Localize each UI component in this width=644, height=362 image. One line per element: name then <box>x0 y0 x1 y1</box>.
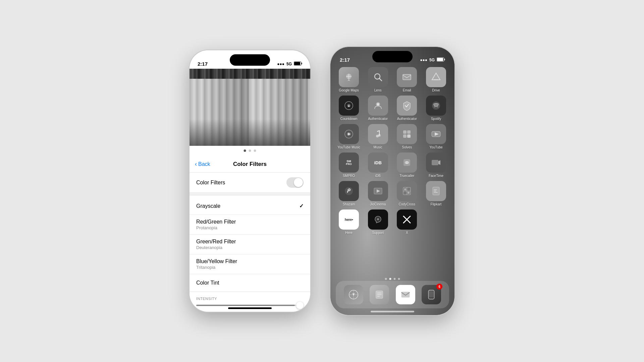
app-icon-jiocinema <box>368 181 388 201</box>
svg-rect-39 <box>404 188 406 190</box>
color-filters-toggle[interactable] <box>286 177 304 188</box>
app-drive[interactable]: Drive <box>424 67 448 92</box>
app-idb[interactable]: iDB iDB <box>366 153 390 178</box>
svg-point-30 <box>406 162 408 164</box>
battery-icon-right <box>437 57 445 63</box>
app-icon-facetime <box>426 153 446 173</box>
app-youtube[interactable]: YouTube <box>424 124 448 149</box>
svg-rect-25 <box>403 134 407 138</box>
app-icon-drive <box>426 67 446 87</box>
home-indicator-left <box>228 307 272 309</box>
svg-marker-32 <box>438 160 440 165</box>
back-chevron-icon: ‹ <box>195 161 197 168</box>
signal-icon-left: ●●● <box>277 62 284 66</box>
app-label-email: Email <box>395 88 419 92</box>
dock-gmail[interactable] <box>396 285 415 304</box>
green-red-text: Green/Red Filter Deuteranopia <box>196 239 236 250</box>
dock-notes[interactable] <box>370 285 389 304</box>
color-filters-toggle-row: Color Filters <box>190 173 310 193</box>
dock-safari[interactable] <box>344 285 363 304</box>
dock-bezel[interactable]: 6 <box>422 285 441 304</box>
filter-color-tint[interactable]: Color Tint <box>190 274 310 292</box>
app-facetime[interactable]: FaceTime <box>424 153 448 178</box>
app-smpro[interactable]: SM PRO SMPRO <box>337 153 361 178</box>
app-grid: Google Maps Lens Email <box>337 67 448 238</box>
green-red-sub: Deuteranopia <box>196 245 236 250</box>
status-time-right: 2:17 <box>340 57 350 63</box>
app-empty <box>424 209 448 235</box>
app-row-5: Shazam JioCinema CodyCross <box>337 181 448 206</box>
app-row-3: YouTube Music Music Solves <box>337 124 448 149</box>
app-solves[interactable]: Solves <box>395 124 419 149</box>
app-label-spotify: Spotify <box>424 117 448 121</box>
app-spotify[interactable]: Spotify <box>424 96 448 121</box>
app-flipkart[interactable]: Flipkart <box>424 181 448 206</box>
toggle-thumb <box>294 178 303 187</box>
app-authenticator2[interactable]: Authenticator <box>395 96 419 121</box>
blue-yellow-sub: Tritanopia <box>196 265 237 270</box>
pencil-gradient <box>190 119 310 146</box>
home-dot-2[interactable] <box>389 278 391 280</box>
app-shazam[interactable]: Shazam <box>337 181 361 206</box>
app-here[interactable]: here• Here <box>337 209 361 235</box>
app-label-drive: Drive <box>424 88 448 92</box>
app-jiocinema[interactable]: JioCinema <box>366 181 390 206</box>
status-icons-left: ●●● 5G <box>277 61 302 67</box>
right-phone: 2:17 ●●● 5G Google Maps <box>330 47 454 315</box>
green-red-label: Green/Red Filter <box>196 239 236 245</box>
filter-red-green[interactable]: Red/Green Filter Protanopia <box>190 215 310 235</box>
app-countdown[interactable]: + Countdown <box>337 96 361 121</box>
home-dot-1[interactable] <box>385 278 387 280</box>
filter-grayscale[interactable]: Grayscale ✓ <box>190 197 310 215</box>
app-label-lens: Lens <box>366 88 390 92</box>
dock: 6 <box>336 281 449 308</box>
divider <box>190 193 310 195</box>
app-row-4: SM PRO SMPRO iDB iDB Trueca <box>337 153 448 178</box>
filter-green-red[interactable]: Green/Red Filter Deuteranopia <box>190 235 310 254</box>
app-support[interactable]: Support <box>366 209 390 235</box>
home-dot-4[interactable] <box>398 278 400 280</box>
app-icon-music <box>368 124 388 144</box>
app-label-auth1: Authenticator <box>366 117 390 121</box>
back-button[interactable]: ‹ Back <box>195 161 210 168</box>
svg-marker-10 <box>432 73 440 80</box>
dot-3[interactable] <box>254 149 256 152</box>
dot-1[interactable] <box>244 149 246 152</box>
slider-thumb[interactable] <box>296 302 304 309</box>
svg-rect-24 <box>407 130 411 134</box>
app-email[interactable]: Email <box>395 67 419 92</box>
app-icon-codycross <box>397 181 417 201</box>
app-codycross[interactable]: CodyCross <box>395 181 419 206</box>
app-ytmusic[interactable]: YouTube Music <box>337 124 361 149</box>
svg-rect-5 <box>437 58 443 61</box>
dot-2[interactable] <box>249 149 251 152</box>
status-time-left: 2:17 <box>198 61 208 67</box>
app-icon-truecaller <box>397 153 417 173</box>
svg-point-42 <box>377 218 379 220</box>
app-x[interactable]: X <box>395 209 419 235</box>
app-icon-auth2 <box>397 96 417 116</box>
app-google-maps[interactable]: Google Maps <box>337 67 361 92</box>
svg-rect-31 <box>432 160 438 165</box>
app-authenticator1[interactable]: Authenticator <box>366 96 390 121</box>
empty-slot <box>426 209 446 230</box>
network-type-right: 5G <box>429 58 435 62</box>
intensity-slider[interactable] <box>196 305 304 306</box>
app-label-ytmusic: YouTube Music <box>337 145 361 149</box>
app-icon-solves <box>397 124 417 144</box>
app-lens[interactable]: Lens <box>366 67 390 92</box>
app-truecaller[interactable]: Truecaller <box>395 153 419 178</box>
svg-rect-4 <box>444 59 445 60</box>
app-icon-mail <box>397 67 417 87</box>
back-label: Back <box>198 161 210 167</box>
intensity-section: INTENSITY <box>190 292 310 306</box>
app-music[interactable]: Music <box>366 124 390 149</box>
filter-blue-yellow[interactable]: Blue/Yellow Filter Tritanopia <box>190 254 310 274</box>
pencil-tops <box>190 69 310 79</box>
app-label-flipkart: Flipkart <box>424 202 448 206</box>
app-label-auth2: Authenticator <box>395 117 419 121</box>
app-icon-youtube <box>426 124 446 144</box>
app-row-1: Google Maps Lens Email <box>337 67 448 92</box>
app-icon-idb: iDB <box>368 153 388 173</box>
home-dot-3[interactable] <box>394 278 396 280</box>
